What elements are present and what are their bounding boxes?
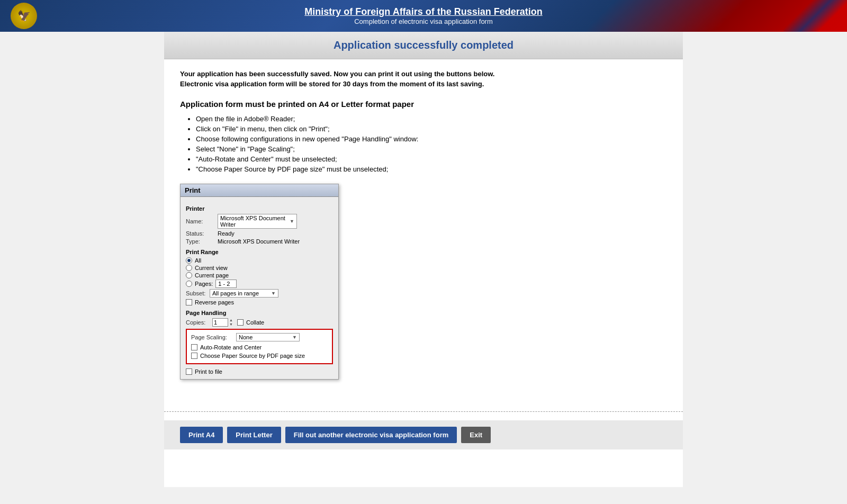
print-a4-button[interactable]: Print A4 [180, 427, 223, 443]
page-scaling-row: Page Scaling: None ▼ [191, 333, 328, 341]
print-to-file-row: Print to file [186, 366, 333, 375]
collate-row: Collate [237, 319, 264, 326]
highlight-section: Page Scaling: None ▼ Auto-Rotate and Cen… [186, 329, 333, 364]
page-scaling-label: Page Scaling: [191, 334, 236, 340]
radio-pages: Pages: [186, 280, 333, 288]
print-letter-button[interactable]: Print Letter [227, 427, 281, 443]
subset-arrow-icon: ▼ [271, 291, 276, 296]
type-value: Microsoft XPS Document Writer [218, 238, 300, 245]
status-label: Status: [186, 230, 218, 237]
copies-spinner[interactable]: ▲ ▼ [229, 318, 233, 327]
list-item: "Choose Paper Source by PDF page size" m… [196, 165, 667, 173]
radio-current-view-dot [186, 265, 192, 271]
status-row: Status: Ready [186, 230, 333, 237]
name-label: Name: [186, 218, 218, 224]
page-header: 🦅 Ministry of Foreign Affairs of the Rus… [0, 0, 847, 32]
success-title: Application successfully completed [175, 39, 672, 51]
radio-pages-dot [186, 281, 192, 287]
spinner-up-icon[interactable]: ▲ [229, 318, 233, 322]
info-line2: Electronic visa application form will be… [180, 80, 667, 88]
auto-rotate-row: Auto-Rotate and Center [191, 344, 328, 350]
bottom-bar: Print A4 Print Letter Fill out another e… [164, 420, 683, 449]
copies-label: Copies: [186, 319, 212, 326]
header-flag-decoration [783, 0, 847, 32]
print-range-label: Print Range [186, 249, 333, 255]
main-container: Application successfully completed Your … [164, 32, 683, 487]
radio-current-page: Current page [186, 272, 333, 278]
choose-paper-row: Choose Paper Source by PDF page size [191, 353, 328, 359]
instructions-list: Open the file in Adobe® Reader; Click on… [196, 115, 667, 173]
choose-paper-checkbox [191, 353, 197, 359]
printer-name-row: Name: Microsoft XPS Document Writer ▼ [186, 214, 333, 229]
copies-row: Copies: ▲ ▼ Collate [186, 318, 333, 327]
dialog-title: Print [181, 184, 338, 197]
content-area: Your application has been successfully s… [164, 59, 683, 401]
page-handling-label: Page Handling [186, 310, 333, 316]
exit-button[interactable]: Exit [461, 427, 491, 443]
header-content: Ministry of Foreign Affairs of the Russi… [304, 6, 542, 25]
type-label: Type: [186, 238, 218, 245]
type-row: Type: Microsoft XPS Document Writer [186, 238, 333, 245]
printer-select: Microsoft XPS Document Writer ▼ [218, 214, 297, 229]
pages-input[interactable] [215, 280, 237, 288]
list-item: Click on "File" in menu, then click on "… [196, 125, 667, 133]
printer-section-label: Printer [186, 205, 333, 212]
status-value: Ready [218, 230, 235, 237]
list-item: Open the file in Adobe® Reader; [196, 115, 667, 123]
subset-label: Subset: [186, 290, 210, 296]
divider [164, 411, 683, 412]
list-item: Choose following configurations in new o… [196, 135, 667, 143]
auto-rotate-checkbox [191, 344, 197, 350]
print-to-file-checkbox [186, 368, 192, 375]
success-bar: Application successfully completed [164, 32, 683, 59]
scaling-arrow-icon: ▼ [292, 335, 297, 340]
list-item: "Auto-Rotate and Center" must be unselec… [196, 155, 667, 163]
radio-current-page-dot [186, 272, 192, 278]
reverse-pages-row: Reverse pages [186, 299, 333, 305]
print-dialog-image: Print Printer Name: Microsoft XPS Docume… [180, 184, 339, 380]
header-title: Ministry of Foreign Affairs of the Russi… [304, 6, 542, 17]
header-subtitle: Completion of electronic visa applicatio… [304, 17, 542, 25]
fill-out-button[interactable]: Fill out another electronic visa applica… [285, 427, 457, 443]
radio-current-view: Current view [186, 265, 333, 271]
info-line1: Your application has been successfully s… [180, 70, 667, 78]
subset-row: Subset: All pages in range ▼ [186, 289, 333, 298]
spinner-down-icon[interactable]: ▼ [229, 322, 233, 327]
dialog-body: Printer Name: Microsoft XPS Document Wri… [181, 197, 338, 379]
copies-input[interactable] [212, 318, 228, 327]
radio-all: All [186, 257, 333, 264]
collate-checkbox [237, 319, 244, 326]
dropdown-arrow-icon: ▼ [290, 219, 294, 224]
subset-select: All pages in range ▼ [210, 289, 278, 298]
page-scaling-select: None ▼ [236, 333, 300, 341]
header-emblem: 🦅 [11, 3, 37, 29]
instruction-heading: Application form must be printed on A4 o… [180, 100, 667, 109]
radio-all-dot [186, 257, 192, 264]
reverse-pages-checkbox [186, 299, 192, 305]
list-item: Select "None" in "Page Scaling"; [196, 145, 667, 153]
